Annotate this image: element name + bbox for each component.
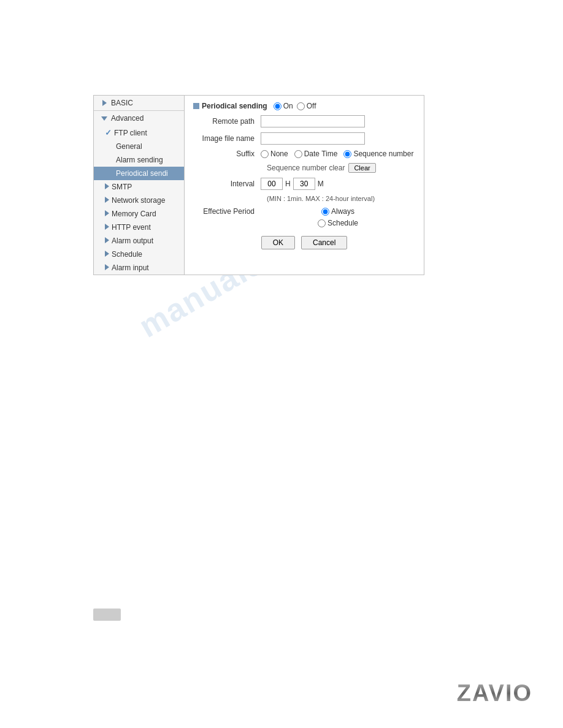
checkmark-icon-ftp: ✓ — [105, 128, 112, 137]
image-file-value — [261, 132, 415, 145]
interval-label: Interval — [193, 180, 261, 188]
section-title-label: Periodical sending — [202, 102, 267, 110]
remote-path-value — [261, 115, 415, 127]
sidebar-label-alarm-sending: Alarm sending — [116, 156, 163, 164]
sidebar-item-ftp-client[interactable]: ✓ FTP client — [94, 126, 184, 140]
sidebar-label-alarm-out: Alarm output — [112, 237, 153, 245]
suffix-datetime-label[interactable]: Date Time — [294, 150, 338, 158]
button-row: OK Cancel — [193, 236, 415, 254]
sidebar-label-general: General — [116, 142, 142, 151]
schedule-label[interactable]: Schedule — [318, 219, 358, 227]
always-text: Always — [331, 207, 354, 216]
sidebar-label-advanced: Advanced — [111, 114, 144, 123]
sidebar-label-memcard: Memory Card — [112, 210, 156, 218]
sidebar-item-basic[interactable]: BASIC — [94, 96, 184, 110]
radio-on[interactable] — [274, 102, 282, 110]
always-label[interactable]: Always — [321, 207, 354, 216]
effective-radio-schedule[interactable] — [318, 219, 326, 227]
interval-value: H M — [261, 178, 415, 190]
effective-radio-always[interactable] — [321, 208, 329, 216]
arrow-right-icon-alarm-in — [105, 264, 109, 272]
radio-off-label[interactable]: Off — [297, 102, 316, 110]
sidebar-item-advanced[interactable]: Advanced — [94, 111, 184, 126]
section-title-row: Periodical sending On Off — [193, 102, 415, 110]
clear-button[interactable]: Clear — [348, 163, 375, 173]
remote-path-input[interactable] — [261, 115, 365, 127]
arrow-right-icon-netstorage — [105, 196, 109, 205]
arrow-right-icon-http — [105, 223, 109, 232]
effective-period-options: Always Schedule — [261, 207, 415, 227]
interval-h-unit: H — [285, 180, 291, 188]
suffix-row: Suffix None Date Time Sequence number — [193, 150, 415, 158]
suffix-radio-datetime[interactable] — [294, 150, 302, 158]
ok-button[interactable]: OK — [261, 236, 295, 249]
suffix-label: Suffix — [193, 150, 261, 158]
effective-period-row: Effective Period Always Schedule — [193, 207, 415, 227]
sidebar-item-periodical-sending[interactable]: Periodical sendi — [94, 167, 184, 180]
image-file-row: Image file name — [193, 132, 415, 145]
interval-minutes-input[interactable] — [293, 178, 315, 190]
suffix-sequence-label[interactable]: Sequence number — [343, 150, 413, 158]
sidebar-item-network-storage[interactable]: Network storage — [94, 194, 184, 207]
arrow-right-icon-alarm-out — [105, 237, 109, 245]
content-area: Periodical sending On Off Remote path — [185, 96, 424, 275]
main-panel: BASIC Advanced ✓ FTP client General Alar… — [93, 95, 424, 275]
sidebar-label-basic: BASIC — [111, 99, 133, 107]
arrow-right-icon-schedule — [105, 250, 109, 259]
sidebar-item-alarm-sending[interactable]: Alarm sending — [94, 153, 184, 167]
arrow-right-icon — [100, 99, 109, 107]
effective-period-label: Effective Period — [193, 207, 261, 216]
suffix-options: None Date Time Sequence number — [261, 150, 415, 158]
remote-path-row: Remote path — [193, 115, 415, 127]
sidebar-label-smtp: SMTP — [112, 183, 132, 191]
sidebar-label-schedule: Schedule — [112, 250, 142, 259]
sidebar-item-general[interactable]: General — [94, 140, 184, 153]
sidebar-item-alarm-output[interactable]: Alarm output — [94, 234, 184, 248]
suffix-sequence-text: Sequence number — [353, 150, 413, 158]
radio-on-label[interactable]: On — [274, 102, 293, 110]
sidebar-label-ftp: FTP client — [114, 129, 147, 137]
sidebar-item-schedule[interactable]: Schedule — [94, 248, 184, 261]
interval-row: Interval H M — [193, 178, 415, 190]
sidebar-item-memory-card[interactable]: Memory Card — [94, 207, 184, 221]
on-label: On — [283, 102, 293, 110]
interval-hint: (MIN : 1min. MAX : 24-hour interval) — [193, 195, 415, 202]
suffix-radio-sequence[interactable] — [343, 150, 351, 158]
interval-m-unit: M — [318, 180, 324, 188]
suffix-radio-none[interactable] — [261, 150, 269, 158]
page-container: manualshive.com BASIC Advanced ✓ FTP cli… — [0, 0, 563, 728]
sidebar-label-http: HTTP event — [112, 223, 151, 232]
cancel-button[interactable]: Cancel — [301, 236, 347, 249]
seq-clear-row: Sequence number clear Clear — [193, 163, 415, 173]
seq-clear-label: Sequence number clear — [267, 164, 345, 172]
sidebar-item-alarm-input[interactable]: Alarm input — [94, 261, 184, 275]
sidebar-item-http-event[interactable]: HTTP event — [94, 221, 184, 234]
section-icon — [193, 103, 199, 109]
remote-path-label: Remote path — [193, 117, 261, 126]
schedule-text: Schedule — [327, 219, 358, 227]
sidebar-label-netstorage: Network storage — [112, 196, 165, 205]
arrow-right-icon-smtp — [105, 183, 109, 191]
sidebar-label-periodical: Periodical sendi — [116, 169, 168, 178]
sidebar-item-smtp[interactable]: SMTP — [94, 180, 184, 194]
arrow-down-icon — [100, 114, 109, 123]
image-file-label: Image file name — [193, 134, 261, 143]
zavio-logo: ZAVIO — [457, 680, 532, 707]
suffix-datetime-text: Date Time — [304, 150, 338, 158]
interval-hours-input[interactable] — [261, 178, 283, 190]
sidebar-label-alarm-in: Alarm input — [112, 264, 149, 272]
sidebar: BASIC Advanced ✓ FTP client General Alar… — [94, 96, 185, 275]
radio-off[interactable] — [297, 102, 305, 110]
image-file-input[interactable] — [261, 132, 365, 145]
suffix-none-text: None — [270, 150, 288, 158]
off-label: Off — [307, 102, 316, 110]
bottom-rect — [93, 609, 121, 621]
arrow-right-icon-memcard — [105, 210, 109, 218]
suffix-none-label[interactable]: None — [261, 150, 288, 158]
